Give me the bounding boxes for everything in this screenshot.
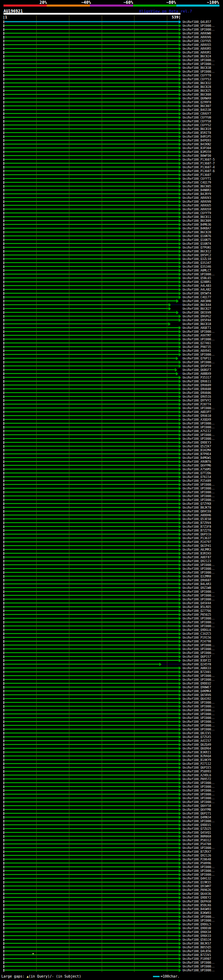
hit-label[interactable]: UniRef100_UPI000.. (183, 728, 215, 731)
hit-label[interactable]: UniRef100_A8VUR1 (183, 51, 211, 54)
hit-label[interactable]: UniRef100_UPI000.. (183, 785, 215, 788)
hit-label[interactable]: UniRef100_UPI000.. (183, 24, 215, 27)
hit-label[interactable]: UniRef100_UPI000.. (183, 705, 215, 708)
hit-label[interactable]: UniRef100_Q95P44 (183, 318, 211, 322)
hit-label[interactable]: UniRef100_Q4KMK4 (183, 689, 211, 693)
hit-label[interactable]: UniRef100_Q8VCE0 (183, 510, 211, 513)
hit-label[interactable]: UniRef100_B6C824 (183, 54, 211, 58)
hit-label[interactable]: UniRef100_Q64392 (183, 697, 211, 700)
hit-label[interactable]: UniRef100_A8VUS9 (183, 208, 211, 211)
hit-label[interactable]: UniRef100_B3KW93 (183, 911, 211, 915)
hit-label[interactable]: UniRef100_Q7ZSX5 (183, 735, 211, 739)
hit-label[interactable]: UniRef100_C4Q177 (183, 296, 211, 299)
hit-label[interactable]: UniRef100_A8VUV6 (183, 35, 211, 39)
hit-label[interactable]: UniRef100_Q32MR8 (183, 575, 211, 578)
hit-label[interactable]: UniRef100_C8VUY7 (183, 112, 211, 115)
hit-label[interactable]: UniRef100_Q4H132 (183, 877, 211, 880)
hit-label[interactable]: UniRef100_Q19KS5 (183, 881, 211, 884)
hit-label[interactable]: UniRef100_P25489 (183, 479, 211, 482)
hit-label[interactable]: UniRef100_B6C827 (183, 307, 211, 310)
hit-label[interactable]: UniRef100_A8X941 (183, 349, 211, 353)
hit-label[interactable]: UniRef100_UPI000.. (183, 361, 215, 364)
hit-label[interactable]: UniRef100_UPI000.. (183, 915, 215, 918)
hit-label[interactable]: UniRef100_B4G538 (183, 108, 211, 111)
hit-label[interactable]: UniRef100_UPI000.. (183, 869, 215, 873)
hit-label[interactable]: UniRef100_A0JMR3 (183, 548, 211, 551)
hit-label[interactable]: UniRef100_A0BBX9 (183, 372, 211, 375)
hit-label[interactable]: UniRef100_UPI000.. (183, 781, 215, 784)
hit-label[interactable]: UniRef100_A8VUW0 (183, 32, 211, 35)
hit-label[interactable]: UniRef100_B5LRD5 (183, 605, 211, 609)
hit-label[interactable]: UniRef100_B6C832 (183, 81, 211, 85)
hit-label[interactable]: UniRef100_A0MLC7 (183, 269, 211, 272)
hit-label[interactable]: UniRef100_UPI000.. (183, 701, 215, 704)
hit-label[interactable]: UniRef100_C6YYU0 (183, 116, 211, 119)
hit-label[interactable]: UniRef100_UPI000.. (183, 819, 215, 823)
hit-label[interactable]: UniRef100_UPI000.. (183, 425, 215, 429)
hit-label[interactable]: UniRef100_UPI000.. (183, 272, 215, 276)
hit-label[interactable]: UniRef100_Q6VYM6 (183, 464, 211, 467)
hit-label[interactable]: UniRef100_A8VUU5 (183, 204, 211, 207)
hit-label[interactable]: UniRef100_Q28BR1 (183, 280, 211, 284)
hit-label[interactable]: UniRef100_Q91WH7 (183, 885, 211, 888)
hit-label[interactable]: UniRef100_P13607-5 (183, 158, 215, 161)
hit-label[interactable]: UniRef100_Q3ZLS9 (183, 257, 211, 261)
hit-label[interactable]: UniRef100_UPI000.. (183, 969, 215, 972)
hit-label[interactable]: UniRef100_Q92123 (183, 559, 211, 563)
hit-label[interactable]: UniRef100_B8JKS7 (183, 942, 211, 945)
hit-label[interactable]: UniRef100_A9XTM7 (183, 334, 211, 337)
hit-label[interactable]: UniRef100_B3M359 (183, 150, 211, 154)
hit-label[interactable]: UniRef100_B4LAR3 (183, 582, 211, 586)
hit-label[interactable]: UniRef100_Q3S347 (183, 261, 211, 264)
hit-label[interactable]: UniRef100_Q7ZU25 (183, 827, 211, 830)
hit-label[interactable]: UniRef100_B7P9E4 (183, 452, 211, 456)
hit-label[interactable]: UniRef100_UPI000.. (183, 594, 215, 597)
hit-label[interactable]: UniRef100_UPI000.. (183, 598, 215, 601)
hit-label[interactable]: UniRef100_UPI000.. (183, 487, 215, 490)
hit-label[interactable]: UniRef100_UPI000.. (183, 720, 215, 724)
hit-label[interactable]: UniRef100_UPI000.. (183, 919, 215, 922)
hit-label[interactable]: UniRef100_C6YYS8 (183, 119, 211, 123)
hit-label[interactable]: UniRef100_A0BX33 (183, 667, 211, 670)
hit-label[interactable]: UniRef100_UPI000.. (183, 59, 215, 62)
hit-label[interactable]: UniRef100_UPI000.. (183, 563, 215, 566)
hit-label[interactable]: UniRef100_Q6PIC6 (183, 533, 211, 536)
hit-label[interactable]: UniRef100_B1H2M4 (183, 449, 211, 452)
hit-label[interactable]: UniRef100_Q9DEU0 (183, 926, 211, 930)
hit-label[interactable]: UniRef100_UPI000.. (183, 337, 215, 341)
hit-label[interactable]: UniRef100_Q9U606 (183, 391, 211, 395)
hit-label[interactable]: UniRef100_Q95PC2 (183, 253, 211, 257)
hit-label[interactable]: UniRef100_UPI000.. (183, 651, 215, 655)
hit-label[interactable]: UniRef100_B4GW93 (183, 907, 211, 911)
hit-label[interactable]: UniRef100_B7ZRX7 (183, 850, 211, 853)
hit-label[interactable]: UniRef100_Q90WE7 (183, 686, 211, 689)
hit-label[interactable]: UniRef100_B3DFZ2 (183, 659, 211, 662)
hit-label[interactable]: UniRef100_B0S5Q5 (183, 946, 211, 949)
hit-label[interactable]: UniRef100_B6C828 (183, 85, 211, 89)
hit-label[interactable]: UniRef100_Q9U609 (183, 383, 211, 387)
hit-label[interactable]: UniRef100_C6YYU5 (183, 39, 211, 43)
hit-label[interactable]: UniRef100_B3RIH3 (183, 552, 211, 555)
hit-label[interactable]: UniRef100_Q4SV44 (183, 601, 211, 605)
hit-label[interactable]: UniRef100_B4R1P5 (183, 135, 211, 138)
hit-label[interactable]: UniRef100_A4LAB2 (183, 288, 211, 291)
hit-label[interactable]: UniRef100_P58312 (183, 838, 211, 842)
hit-label[interactable]: UniRef100_B0R068 (183, 835, 211, 838)
hit-label[interactable]: UniRef100_UPI000.. (183, 674, 215, 678)
hit-label[interactable]: UniRef100_Q7T2D6 (183, 471, 211, 475)
hit-label[interactable]: UniRef100_UPI000.. (183, 624, 215, 628)
hit-label[interactable]: UniRef100_Q6RWA9 (183, 97, 211, 100)
hit-label[interactable]: UniRef100_Q9Z1W8 (183, 586, 211, 590)
hit-label[interactable]: UniRef100_Q95P59 (183, 364, 211, 368)
hit-label[interactable]: UniRef100_A7SII2 (183, 430, 211, 433)
hit-label[interactable]: UniRef100_Q5BL65 (183, 276, 211, 280)
hit-label[interactable]: UniRef100_Q16N75 (183, 238, 211, 242)
hit-label[interactable]: UniRef100_B8JKT0 (183, 506, 211, 509)
hit-label[interactable]: UniRef100_Q6BGF7 (183, 368, 211, 372)
hit-label[interactable]: UniRef100_B5RIT8 (183, 131, 211, 135)
hit-label[interactable]: UniRef100_UPI000.. (183, 678, 215, 681)
hit-label[interactable]: UniRef100_UPI000.. (183, 483, 215, 486)
hit-label[interactable]: UniRef100_A8VUV0 (183, 200, 211, 204)
hit-label[interactable]: UniRef100_UPI000.. (183, 647, 215, 651)
hit-label[interactable]: UniRef100_UPI000.. (183, 433, 215, 437)
